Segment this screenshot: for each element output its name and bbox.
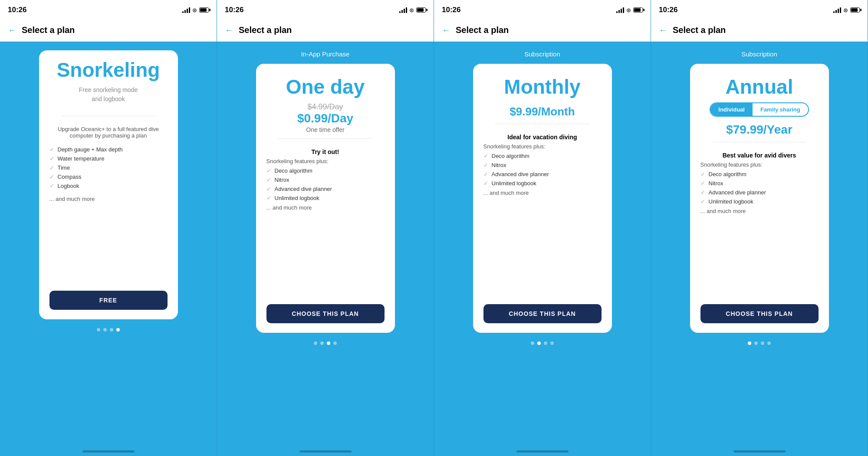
dots-row-3 (531, 337, 554, 348)
dot-3 (110, 328, 113, 331)
signal-icon-1 (182, 7, 190, 13)
dot-4 (767, 341, 771, 345)
battery-icon-4 (850, 7, 860, 13)
feature-item: ✓Unlimited logbook (483, 179, 602, 188)
nav-bar-3: ← Select a plan (434, 19, 651, 42)
plan-tagline-snorkeling: Upgrade Oceanic+ to a full featured dive… (49, 126, 168, 139)
dot-1 (531, 341, 534, 345)
battery-icon-2 (416, 7, 426, 13)
plan-name-monthly: Monthly (504, 76, 580, 98)
feature-item: ✓Unlimited logbook (700, 197, 819, 206)
screen-snorkeling: 10:26 ⊛ ← Select a plan Snorkeling Free … (0, 0, 217, 456)
status-time-2: 10:26 (225, 6, 243, 14)
toggle-individual[interactable]: Individual (710, 103, 753, 116)
feature-item: ✓Water temperature (49, 154, 168, 163)
feature-list-2: ✓Deco algorithm ✓Nitrox ✓Advanced dive p… (266, 166, 385, 203)
section-label-2: In-App Purchase (301, 50, 350, 58)
old-price-oneday: $4.99/Day (307, 102, 343, 112)
features-label-3: Snorkeling features plus: (483, 143, 602, 150)
plan-card-oneday: One day $4.99/Day $0.99/Day One time off… (256, 64, 395, 333)
dot-2 (320, 341, 324, 345)
feature-item: ✓Nitrox (483, 161, 602, 170)
plan-card-annual: Annual Individual Family sharing $79.99/… (690, 64, 829, 333)
screen-oneday: 10:26 ⊛ ← Select a plan In-App Purchase … (217, 0, 434, 456)
check-icon: ✓ (266, 195, 271, 201)
dot-4 (116, 328, 120, 331)
feature-item: ✓Unlimited logbook (266, 194, 385, 203)
choose-plan-button-2[interactable]: CHOOSE THIS PLAN (266, 304, 385, 323)
dot-3 (327, 341, 330, 345)
back-button-4[interactable]: ← (659, 25, 667, 35)
toggle-group-annual: Individual Family sharing (710, 102, 809, 117)
more-text-2: ... and much more (266, 204, 385, 211)
price-monthly: $9.99/Month (510, 105, 575, 118)
check-icon: ✓ (49, 164, 54, 171)
nav-bar-2: ← Select a plan (217, 19, 434, 42)
status-bar-1: 10:26 ⊛ (0, 0, 217, 19)
toggle-family[interactable]: Family sharing (753, 103, 808, 116)
check-icon: ✓ (49, 183, 54, 189)
feature-item: ✓Advanced dive planner (266, 184, 385, 194)
feature-item: ✓Advanced dive planner (483, 170, 602, 179)
nav-title-3: Select a plan (456, 25, 509, 35)
status-icons-1: ⊛ (182, 7, 209, 13)
check-icon: ✓ (700, 180, 705, 187)
plan-name-annual: Annual (726, 76, 793, 98)
status-icons-4: ⊛ (833, 7, 860, 13)
tagline-oneday: Try it out! (312, 148, 339, 155)
back-button-3[interactable]: ← (442, 25, 450, 35)
battery-icon-1 (199, 7, 209, 13)
price-oneday: $0.99/Day (297, 112, 353, 125)
back-button-1[interactable]: ← (8, 25, 16, 35)
check-icon: ✓ (49, 146, 54, 153)
status-time-3: 10:26 (442, 6, 460, 14)
check-icon: ✓ (266, 186, 271, 192)
free-button[interactable]: FREE (49, 291, 168, 310)
status-icons-3: ⊛ (616, 7, 643, 13)
more-text-4: ... and much more (700, 208, 819, 214)
dot-2 (754, 341, 758, 345)
wifi-icon-3: ⊛ (626, 7, 631, 13)
feature-item: ✓Compass (49, 172, 168, 181)
feature-list-4: ✓Deco algorithm ✓Nitrox ✓Advanced dive p… (700, 170, 819, 206)
divider-4 (712, 142, 807, 142)
nav-title-1: Select a plan (22, 25, 75, 35)
feature-list-3: ✓Deco algorithm ✓Nitrox ✓Advanced dive p… (483, 151, 602, 188)
choose-plan-button-4[interactable]: CHOOSE THIS PLAN (700, 304, 819, 323)
wifi-icon-2: ⊛ (409, 7, 414, 13)
dot-4 (550, 341, 554, 345)
wifi-icon-4: ⊛ (843, 7, 848, 13)
status-bar-3: 10:26 ⊛ (434, 0, 651, 19)
feature-item: ✓Depth gauge + Max depth (49, 145, 168, 154)
content-area-3: Subscription Monthly $9.99/Month Ideal f… (434, 42, 651, 450)
check-icon: ✓ (483, 153, 488, 159)
content-area-2: In-App Purchase One day $4.99/Day $0.99/… (217, 42, 434, 450)
plan-subtitle-snorkeling: Free snorkeling modeand logbook (79, 85, 138, 104)
status-bar-2: 10:26 ⊛ (217, 0, 434, 19)
snorkeling-feature-list: ✓Depth gauge + Max depth ✓Water temperat… (49, 145, 168, 190)
dot-1 (97, 328, 100, 331)
price-annual: $79.99/Year (726, 123, 792, 137)
feature-item: ✓Logbook (49, 181, 168, 190)
choose-plan-button-3[interactable]: CHOOSE THIS PLAN (483, 304, 602, 323)
check-icon: ✓ (483, 162, 488, 168)
plan-card-snorkeling: Snorkeling Free snorkeling modeand logbo… (39, 50, 178, 319)
status-icons-2: ⊛ (399, 7, 426, 13)
plan-name-snorkeling: Snorkeling (57, 59, 160, 81)
plan-card-monthly: Monthly $9.99/Month Ideal for vacation d… (473, 64, 612, 333)
feature-item: ✓Nitrox (700, 179, 819, 188)
back-button-2[interactable]: ← (225, 25, 233, 35)
check-icon: ✓ (700, 198, 705, 205)
feature-item: ✓Nitrox (266, 175, 385, 184)
screen-monthly: 10:26 ⊛ ← Select a plan Subscription Mon… (434, 0, 651, 456)
nav-title-4: Select a plan (673, 25, 726, 35)
plan-name-oneday: One day (286, 76, 365, 98)
status-time-4: 10:26 (659, 6, 677, 14)
feature-item: ✓Deco algorithm (483, 151, 602, 161)
dot-1 (314, 341, 317, 345)
nav-bar-1: ← Select a plan (0, 19, 217, 42)
check-icon: ✓ (49, 174, 54, 180)
feature-item: ✓Deco algorithm (266, 166, 385, 175)
signal-icon-2 (399, 7, 407, 13)
dot-4 (333, 341, 337, 345)
